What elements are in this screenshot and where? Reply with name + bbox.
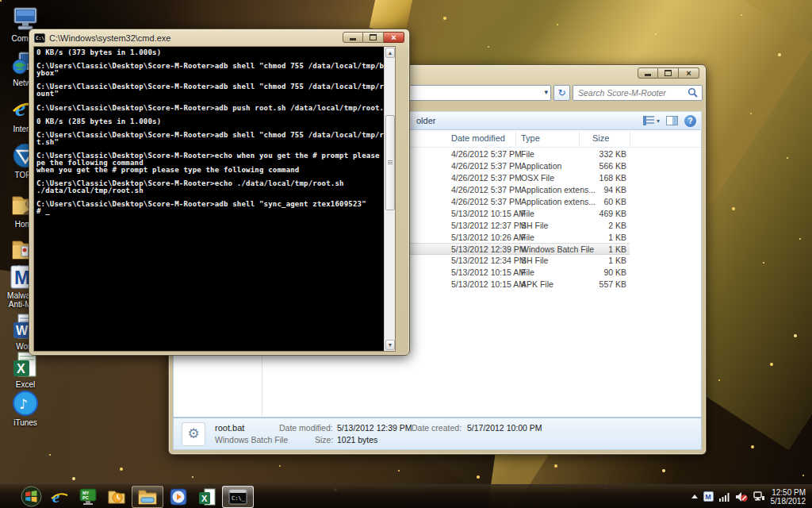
file-date: 5/13/2012 10:15 AM [451,279,526,289]
taskbar-my-pc[interactable]: MY PC [75,486,102,508]
console-line: C:\Users\Classic\Desktop\Score-M-Rooter>… [36,201,382,208]
console-line: when you get the # prompt please type th… [36,167,382,174]
console-line: 0 KB/s (285 bytes in 1.000s) [36,118,382,125]
media-player-icon [169,487,188,506]
size-value: 1021 bytes [337,435,377,444]
system-tray: M 12:50 PM 5/18/2012 [691,488,812,506]
network-connection-icon[interactable] [753,491,765,502]
file-size: 1 KB [565,233,626,242]
file-type: File [521,267,534,277]
file-date: 5/13/2012 10:26 AM [451,233,526,242]
desktop-icon-label: iTunes [0,418,51,427]
taskbar: e MY PC [0,484,812,508]
file-size: 1 KB [565,256,626,265]
maximize-button[interactable] [363,32,384,43]
date-created-value: 5/17/2012 10:00 PM [467,423,542,433]
file-date: 4/26/2012 5:37 PM [451,185,522,194]
console-line: # _ [36,208,382,215]
file-size: 566 KB [565,161,626,171]
taskbar-mail-app[interactable] [103,486,130,508]
file-size: 1 KB [565,244,626,254]
column-header-size[interactable]: Size [592,133,609,143]
svg-text:M: M [14,267,30,288]
date-modified-value: 5/13/2012 12:39 PM [337,423,412,433]
search-icon[interactable] [687,87,699,99]
file-date: 4/26/2012 5:37 PM [451,149,522,159]
taskbar-excel[interactable]: X [193,486,220,508]
close-button[interactable]: × [679,67,699,79]
network-signal-icon[interactable] [719,492,730,502]
console-line: t.sh" [36,139,382,146]
cmd-icon: C:\_ [228,488,248,506]
column-header-date-modified[interactable]: Date modified [451,133,505,143]
svg-text:♪: ♪ [19,396,28,412]
column-header-type[interactable]: Type [521,133,540,143]
console-line: ./data/local/tmp/root.sh [36,187,382,194]
taskbar-media-player[interactable] [165,486,192,508]
internet-explorer-icon: e [50,487,69,506]
console-line: C:\Users\Classic\Desktop\Score-M-Rooter>… [36,105,382,112]
file-type: Application [521,161,561,171]
details-pane: ⚙ root.bat Windows Batch File Date modif… [173,418,702,450]
svg-text:C:\_: C:\_ [232,495,246,502]
file-type: File [521,209,534,218]
console-line: ount" [36,90,382,98]
cmd-window: C:\ C:\Windows\system32\cmd.exe × 0 KB/s… [29,29,410,356]
tray-clock[interactable]: 12:50 PM 5/18/2012 [771,488,806,506]
minimize-button[interactable] [638,67,658,79]
refresh-button[interactable]: ↻ [553,85,570,101]
itunes-icon: ♪ [11,389,40,418]
file-date: 5/13/2012 10:15 AM [451,209,526,218]
desktop-icon-itunes[interactable]: ♪ iTunes [0,389,51,427]
address-dropdown-icon[interactable]: ▾ [544,88,548,96]
new-folder-button-fragment[interactable]: older [416,116,435,125]
show-hidden-icons-button[interactable] [691,495,698,498]
console-output: 0 KB/s (373 bytes in 1.000s)C:\Users\Cla… [36,49,382,215]
file-size: 469 KB [565,209,626,218]
file-date: 4/26/2012 5:37 PM [451,173,522,183]
cmd-window-title: C:\Windows\system32\cmd.exe [49,33,170,43]
svg-text:PC: PC [82,495,89,500]
file-date: 4/26/2012 5:37 PM [451,161,522,171]
volume-muted-icon[interactable] [735,491,748,502]
file-size: 2 KB [565,221,626,230]
maximize-button[interactable] [658,67,679,79]
scroll-down-arrow[interactable]: ▼ [385,340,395,350]
cmd-titlebar[interactable]: C:\ C:\Windows\system32\cmd.exe × [29,29,409,46]
file-type: File [521,233,534,242]
file-size: 332 KB [565,149,626,159]
selected-file-type: Windows Batch File [215,435,288,444]
file-date: 4/26/2012 5:37 PM [451,197,522,206]
malwarebytes-tray-icon[interactable]: M [703,491,714,502]
date-modified-label: Date modified: [279,423,333,433]
views-icon [643,116,654,125]
file-date: 5/13/2012 10:15 AM [451,267,526,277]
start-button[interactable] [17,486,44,508]
explorer-folder-icon [137,487,158,506]
size-label: Size: [315,435,333,444]
console-area[interactable]: 0 KB/s (373 bytes in 1.000s)C:\Users\Cla… [33,46,396,352]
file-type: APK File [521,279,553,289]
file-size: 94 KB [565,185,626,194]
help-button[interactable]: ? [684,115,696,127]
file-date: 5/13/2012 12:39 PM [451,244,527,254]
search-placeholder: Search Score-M-Rooter [573,88,687,98]
taskbar-explorer[interactable] [132,486,163,508]
minimize-button[interactable] [343,32,363,43]
console-line: 0 KB/s (373 bytes in 1.000s) [36,49,382,56]
file-size: 60 KB [565,197,626,206]
taskbar-internet-explorer[interactable]: e [46,486,73,508]
console-scrollbar[interactable]: ▲ ▼ [384,47,395,351]
scrollbar-thumb[interactable] [385,115,395,210]
desktop-icon-excel[interactable]: X Excel [0,351,51,389]
taskbar-cmd[interactable]: C:\_ [222,486,254,508]
console-line: C:\Users\Classic\Desktop\Score-M-Rooter>… [36,63,382,70]
search-box[interactable]: Search Score-M-Rooter [573,85,703,101]
preview-pane-button[interactable] [666,116,678,125]
mail-app-icon [107,487,126,506]
file-size: 90 KB [565,267,626,277]
close-button[interactable]: × [384,32,404,43]
scroll-up-arrow[interactable]: ▲ [385,48,395,58]
change-view-button[interactable]: ▾ [643,116,660,125]
console-line: C:\Users\Classic\Desktop\Score-M-Rooter>… [36,132,382,139]
